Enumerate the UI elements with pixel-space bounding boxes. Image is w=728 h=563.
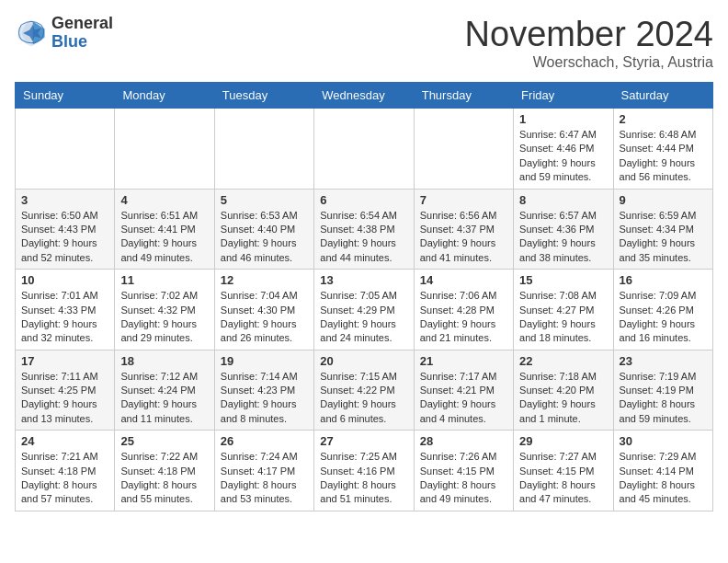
day-number: 13	[320, 273, 407, 287]
day-number: 28	[420, 434, 507, 448]
calendar-cell	[414, 109, 513, 190]
calendar-cell: 22Sunrise: 7:18 AMSunset: 4:20 PMDayligh…	[514, 350, 613, 431]
weekday-header-monday: Monday	[115, 83, 214, 109]
week-row-2: 3Sunrise: 6:50 AMSunset: 4:43 PMDaylight…	[16, 189, 713, 270]
day-info: Sunrise: 7:21 AMSunset: 4:18 PMDaylight:…	[21, 450, 108, 507]
day-number: 12	[221, 273, 308, 287]
weekday-header-wednesday: Wednesday	[314, 83, 414, 109]
day-number: 21	[420, 354, 507, 368]
day-number: 9	[620, 193, 707, 207]
day-number: 6	[320, 193, 407, 207]
calendar-cell: 16Sunrise: 7:09 AMSunset: 4:26 PMDayligh…	[613, 270, 712, 350]
day-number: 18	[120, 354, 208, 368]
calendar-cell: 23Sunrise: 7:19 AMSunset: 4:19 PMDayligh…	[613, 350, 712, 431]
day-info: Sunrise: 7:01 AMSunset: 4:33 PMDaylight:…	[21, 289, 108, 346]
day-info: Sunrise: 7:25 AMSunset: 4:16 PMDaylight:…	[320, 450, 407, 507]
day-info: Sunrise: 7:26 AMSunset: 4:15 PMDaylight:…	[420, 450, 507, 507]
title-area: November 2024 Woerschach, Styria, Austri…	[465, 15, 713, 71]
weekday-header-thursday: Thursday	[414, 83, 513, 109]
calendar-cell: 9Sunrise: 6:59 AMSunset: 4:34 PMDaylight…	[613, 189, 712, 270]
day-number: 3	[21, 193, 108, 207]
calendar-cell: 19Sunrise: 7:14 AMSunset: 4:23 PMDayligh…	[214, 350, 313, 431]
day-number: 10	[21, 273, 108, 287]
calendar-cell: 10Sunrise: 7:01 AMSunset: 4:33 PMDayligh…	[16, 270, 115, 350]
calendar-cell: 25Sunrise: 7:22 AMSunset: 4:18 PMDayligh…	[115, 431, 214, 511]
header: General Blue November 2024 Woerschach, S…	[15, 15, 713, 71]
day-info: Sunrise: 7:12 AMSunset: 4:24 PMDaylight:…	[120, 370, 208, 427]
day-info: Sunrise: 7:09 AMSunset: 4:26 PMDaylight:…	[620, 289, 707, 346]
calendar-cell	[214, 109, 313, 190]
day-number: 8	[519, 193, 607, 207]
day-info: Sunrise: 7:17 AMSunset: 4:21 PMDaylight:…	[420, 370, 507, 427]
calendar-cell: 3Sunrise: 6:50 AMSunset: 4:43 PMDaylight…	[16, 189, 115, 270]
calendar-cell: 1Sunrise: 6:47 AMSunset: 4:46 PMDaylight…	[514, 109, 613, 190]
calendar-cell: 15Sunrise: 7:08 AMSunset: 4:27 PMDayligh…	[514, 270, 613, 350]
week-row-3: 10Sunrise: 7:01 AMSunset: 4:33 PMDayligh…	[16, 270, 713, 350]
day-info: Sunrise: 7:24 AMSunset: 4:17 PMDaylight:…	[221, 450, 308, 507]
day-info: Sunrise: 6:54 AMSunset: 4:38 PMDaylight:…	[320, 209, 407, 266]
logo-blue: Blue	[51, 33, 113, 52]
day-number: 15	[519, 273, 607, 287]
day-info: Sunrise: 7:05 AMSunset: 4:29 PMDaylight:…	[320, 289, 407, 346]
day-number: 27	[320, 434, 407, 448]
logo-text: General Blue	[51, 15, 113, 52]
day-number: 5	[221, 193, 308, 207]
calendar-cell: 13Sunrise: 7:05 AMSunset: 4:29 PMDayligh…	[314, 270, 414, 350]
day-number: 19	[221, 354, 308, 368]
day-info: Sunrise: 6:47 AMSunset: 4:46 PMDaylight:…	[519, 128, 607, 185]
calendar-cell	[314, 109, 414, 190]
day-info: Sunrise: 7:08 AMSunset: 4:27 PMDaylight:…	[519, 289, 607, 346]
day-info: Sunrise: 7:15 AMSunset: 4:22 PMDaylight:…	[320, 370, 407, 427]
calendar-cell: 6Sunrise: 6:54 AMSunset: 4:38 PMDaylight…	[314, 189, 414, 270]
day-number: 11	[120, 273, 208, 287]
day-number: 30	[620, 434, 707, 448]
day-info: Sunrise: 7:19 AMSunset: 4:19 PMDaylight:…	[620, 370, 707, 427]
calendar-cell: 12Sunrise: 7:04 AMSunset: 4:30 PMDayligh…	[214, 270, 313, 350]
page: General Blue November 2024 Woerschach, S…	[0, 0, 728, 526]
day-info: Sunrise: 7:04 AMSunset: 4:30 PMDaylight:…	[221, 289, 308, 346]
day-number: 22	[519, 354, 607, 368]
day-number: 4	[120, 193, 208, 207]
day-number: 26	[221, 434, 308, 448]
day-number: 23	[620, 354, 707, 368]
calendar-cell: 20Sunrise: 7:15 AMSunset: 4:22 PMDayligh…	[314, 350, 414, 431]
day-info: Sunrise: 7:18 AMSunset: 4:20 PMDaylight:…	[519, 370, 607, 427]
calendar-cell: 26Sunrise: 7:24 AMSunset: 4:17 PMDayligh…	[214, 431, 313, 511]
calendar-cell: 30Sunrise: 7:29 AMSunset: 4:14 PMDayligh…	[613, 431, 712, 511]
calendar-cell	[16, 109, 115, 190]
location: Woerschach, Styria, Austria	[465, 54, 713, 71]
day-info: Sunrise: 6:56 AMSunset: 4:37 PMDaylight:…	[420, 209, 507, 266]
calendar-cell: 29Sunrise: 7:27 AMSunset: 4:15 PMDayligh…	[514, 431, 613, 511]
day-number: 17	[21, 354, 108, 368]
calendar-cell: 17Sunrise: 7:11 AMSunset: 4:25 PMDayligh…	[16, 350, 115, 431]
calendar-cell: 14Sunrise: 7:06 AMSunset: 4:28 PMDayligh…	[414, 270, 513, 350]
calendar-cell: 11Sunrise: 7:02 AMSunset: 4:32 PMDayligh…	[115, 270, 214, 350]
calendar-cell	[115, 109, 214, 190]
weekday-header-friday: Friday	[514, 83, 613, 109]
calendar-cell: 8Sunrise: 6:57 AMSunset: 4:36 PMDaylight…	[514, 189, 613, 270]
day-info: Sunrise: 6:59 AMSunset: 4:34 PMDaylight:…	[620, 209, 707, 266]
week-row-4: 17Sunrise: 7:11 AMSunset: 4:25 PMDayligh…	[16, 350, 713, 431]
day-info: Sunrise: 7:06 AMSunset: 4:28 PMDaylight:…	[420, 289, 507, 346]
day-info: Sunrise: 7:27 AMSunset: 4:15 PMDaylight:…	[519, 450, 607, 507]
weekday-header-row: SundayMondayTuesdayWednesdayThursdayFrid…	[16, 83, 713, 109]
day-info: Sunrise: 6:51 AMSunset: 4:41 PMDaylight:…	[120, 209, 208, 266]
calendar-cell: 5Sunrise: 6:53 AMSunset: 4:40 PMDaylight…	[214, 189, 313, 270]
day-number: 24	[21, 434, 108, 448]
day-number: 14	[420, 273, 507, 287]
day-info: Sunrise: 6:48 AMSunset: 4:44 PMDaylight:…	[620, 128, 707, 185]
calendar-cell: 7Sunrise: 6:56 AMSunset: 4:37 PMDaylight…	[414, 189, 513, 270]
day-number: 29	[519, 434, 607, 448]
day-number: 20	[320, 354, 407, 368]
day-info: Sunrise: 7:11 AMSunset: 4:25 PMDaylight:…	[21, 370, 108, 427]
day-number: 7	[420, 193, 507, 207]
calendar-cell: 24Sunrise: 7:21 AMSunset: 4:18 PMDayligh…	[16, 431, 115, 511]
weekday-header-sunday: Sunday	[16, 83, 115, 109]
calendar-cell: 21Sunrise: 7:17 AMSunset: 4:21 PMDayligh…	[414, 350, 513, 431]
day-info: Sunrise: 7:22 AMSunset: 4:18 PMDaylight:…	[120, 450, 208, 507]
day-number: 2	[620, 112, 707, 126]
weekday-header-tuesday: Tuesday	[214, 83, 313, 109]
logo-icon	[15, 17, 48, 50]
day-number: 16	[620, 273, 707, 287]
month-title: November 2024	[465, 15, 713, 54]
